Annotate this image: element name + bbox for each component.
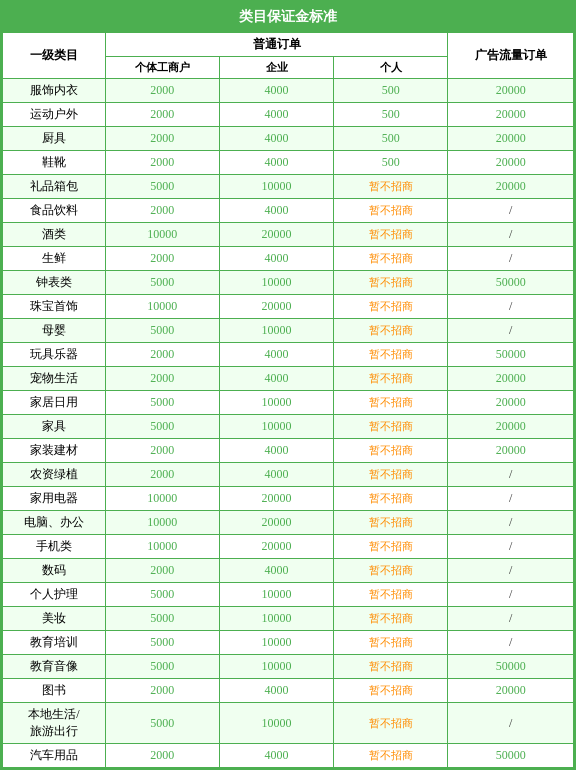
header-ad-order: 广告流量订单 (448, 33, 574, 79)
cell-personal: 暂不招商 (334, 744, 448, 768)
table-row: 生鲜20004000暂不招商/ (3, 247, 574, 271)
cell-personal: 暂不招商 (334, 607, 448, 631)
cell-enterprise: 4000 (219, 744, 333, 768)
cell-category: 家居日用 (3, 391, 106, 415)
cell-ad: / (448, 295, 574, 319)
table-row: 教育培训500010000暂不招商/ (3, 631, 574, 655)
cell-ad: 20000 (448, 415, 574, 439)
cell-individual: 5000 (105, 703, 219, 744)
table-row: 家居日用500010000暂不招商20000 (3, 391, 574, 415)
cell-category: 酒类 (3, 223, 106, 247)
cell-category: 宠物生活 (3, 367, 106, 391)
cell-personal: 500 (334, 79, 448, 103)
cell-ad: 20000 (448, 79, 574, 103)
cell-personal: 暂不招商 (334, 223, 448, 247)
cell-individual: 5000 (105, 607, 219, 631)
cell-individual: 2000 (105, 103, 219, 127)
table-row: 礼品箱包500010000暂不招商20000 (3, 175, 574, 199)
cell-category: 手机类 (3, 535, 106, 559)
cell-personal: 暂不招商 (334, 247, 448, 271)
cell-ad: / (448, 247, 574, 271)
cell-category: 家用电器 (3, 487, 106, 511)
cell-personal: 暂不招商 (334, 535, 448, 559)
cell-category: 食品饮料 (3, 199, 106, 223)
cell-ad: / (448, 487, 574, 511)
table-row: 玩具乐器20004000暂不招商50000 (3, 343, 574, 367)
table-row: 家具500010000暂不招商20000 (3, 415, 574, 439)
cell-personal: 暂不招商 (334, 199, 448, 223)
cell-personal: 500 (334, 151, 448, 175)
cell-enterprise: 10000 (219, 703, 333, 744)
table-row: 手机类1000020000暂不招商/ (3, 535, 574, 559)
cell-individual: 2000 (105, 439, 219, 463)
table-row: 母婴500010000暂不招商/ (3, 319, 574, 343)
cell-category: 运动户外 (3, 103, 106, 127)
cell-enterprise: 4000 (219, 559, 333, 583)
cell-enterprise: 4000 (219, 127, 333, 151)
header-category: 一级类目 (3, 33, 106, 79)
cell-category: 鞋靴 (3, 151, 106, 175)
cell-individual: 5000 (105, 391, 219, 415)
cell-enterprise: 10000 (219, 607, 333, 631)
cell-enterprise: 4000 (219, 343, 333, 367)
cell-category: 电脑、办公 (3, 511, 106, 535)
cell-ad: / (448, 607, 574, 631)
main-container: 类目保证金标准 一级类目 普通订单 广告流量订单 个体工商户 企业 个人 服饰内… (0, 0, 576, 770)
cell-personal: 500 (334, 127, 448, 151)
cell-ad: / (448, 319, 574, 343)
cell-enterprise: 10000 (219, 415, 333, 439)
cell-enterprise: 4000 (219, 679, 333, 703)
cell-category: 汽车用品 (3, 744, 106, 768)
cell-enterprise: 20000 (219, 535, 333, 559)
table-row: 厨具2000400050020000 (3, 127, 574, 151)
cell-enterprise: 10000 (219, 583, 333, 607)
header-enterprise: 企业 (219, 57, 333, 79)
table-row: 本地生活/ 旅游出行500010000暂不招商/ (3, 703, 574, 744)
cell-enterprise: 10000 (219, 391, 333, 415)
cell-enterprise: 20000 (219, 511, 333, 535)
cell-individual: 2000 (105, 343, 219, 367)
cell-ad: 20000 (448, 151, 574, 175)
cell-individual: 10000 (105, 487, 219, 511)
cell-personal: 暂不招商 (334, 391, 448, 415)
cell-category: 母婴 (3, 319, 106, 343)
cell-personal: 暂不招商 (334, 271, 448, 295)
cell-ad: 20000 (448, 439, 574, 463)
table-row: 钟表类500010000暂不招商50000 (3, 271, 574, 295)
cell-ad: 20000 (448, 127, 574, 151)
cell-enterprise: 4000 (219, 439, 333, 463)
cell-personal: 暂不招商 (334, 559, 448, 583)
cell-individual: 2000 (105, 127, 219, 151)
cell-individual: 2000 (105, 79, 219, 103)
cell-individual: 10000 (105, 295, 219, 319)
table-row: 汽车用品20004000暂不招商50000 (3, 744, 574, 768)
cell-individual: 5000 (105, 319, 219, 343)
cell-personal: 暂不招商 (334, 319, 448, 343)
cell-individual: 5000 (105, 175, 219, 199)
cell-individual: 2000 (105, 463, 219, 487)
header-personal: 个人 (334, 57, 448, 79)
cell-personal: 暂不招商 (334, 583, 448, 607)
cell-category: 服饰内衣 (3, 79, 106, 103)
table-body: 服饰内衣2000400050020000运动户外2000400050020000… (3, 79, 574, 768)
table-row: 数码20004000暂不招商/ (3, 559, 574, 583)
cell-enterprise: 4000 (219, 367, 333, 391)
cell-personal: 暂不招商 (334, 367, 448, 391)
cell-ad: 20000 (448, 679, 574, 703)
cell-individual: 5000 (105, 415, 219, 439)
table-row: 个人护理500010000暂不招商/ (3, 583, 574, 607)
cell-category: 生鲜 (3, 247, 106, 271)
header-normal-order: 普通订单 (105, 33, 448, 57)
cell-ad: 20000 (448, 367, 574, 391)
cell-enterprise: 4000 (219, 199, 333, 223)
cell-enterprise: 10000 (219, 655, 333, 679)
cell-category: 图书 (3, 679, 106, 703)
cell-ad: 20000 (448, 175, 574, 199)
cell-personal: 500 (334, 103, 448, 127)
cell-ad: / (448, 463, 574, 487)
cell-ad: 50000 (448, 271, 574, 295)
cell-ad: 20000 (448, 391, 574, 415)
table-row: 教育音像500010000暂不招商50000 (3, 655, 574, 679)
table-row: 酒类1000020000暂不招商/ (3, 223, 574, 247)
cell-ad: 50000 (448, 744, 574, 768)
